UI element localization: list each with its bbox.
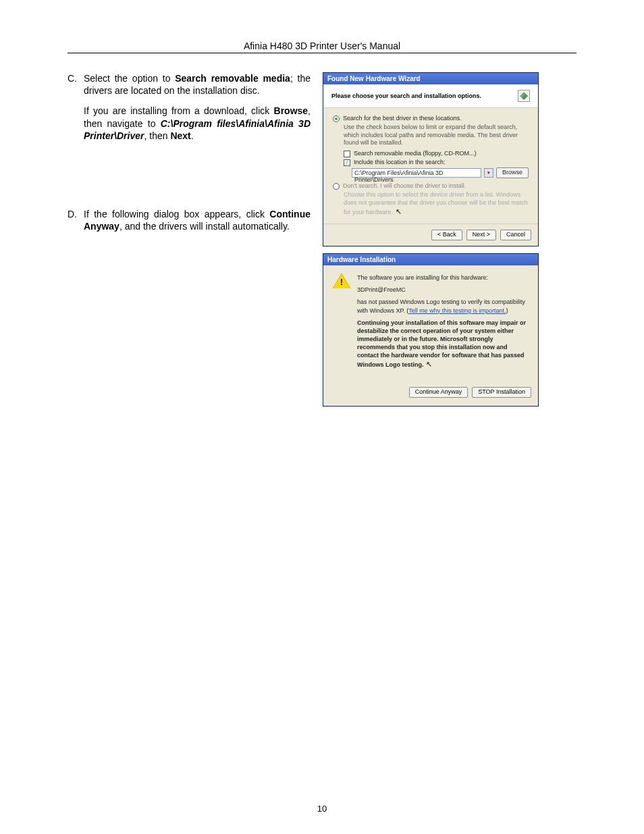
checkbox-checked-icon: ✓	[344, 159, 350, 166]
wizard-heading-row: Please choose your search and installati…	[323, 84, 538, 108]
wizard-icon	[518, 90, 530, 102]
step-c-text-1b: Search removable media	[175, 73, 290, 84]
radio-search-best-label: Search for the best driver in these loca…	[343, 115, 529, 122]
stop-installation-button[interactable]: STOP Installation	[472, 387, 531, 398]
radio-search-best-desc: Use the check boxes below to limit or ex…	[344, 124, 529, 147]
radio-dont-search[interactable]: Don't search. I will choose the driver t…	[333, 182, 529, 190]
step-c: C. Select the option to Search removable…	[68, 72, 311, 150]
step-c-text-2a: If you are installing from a download, c…	[84, 105, 274, 116]
hardware-install-title: Hardware Installation	[323, 254, 538, 265]
page-header: Afinia H480 3D Printer User's Manual	[68, 41, 576, 53]
next-button[interactable]: Next >	[466, 230, 496, 240]
radio-dont-search-desc: Choose this option to select the device …	[344, 191, 529, 217]
dropdown-arrow-icon[interactable]: ▾	[484, 168, 493, 178]
step-c-letter: C.	[68, 72, 84, 150]
hw-line2: 3DPrint@FreeMC	[357, 286, 529, 294]
path-input[interactable]: C:\Program Files\Afinia\Afinia 3D Printe…	[352, 168, 481, 178]
checkbox-removable[interactable]: Search removable media (floppy, CD-ROM..…	[344, 150, 529, 157]
step-d-text-1c: , and the drivers will install automatic…	[119, 221, 290, 232]
step-c-text-2g: .	[191, 130, 194, 141]
cancel-button[interactable]: Cancel	[500, 230, 531, 240]
radio-selected-icon	[333, 115, 340, 122]
step-d-text-1a: If the following dialog box appears, cli…	[84, 209, 269, 219]
checkbox-include-location[interactable]: ✓ Include this location in the search:	[344, 159, 529, 166]
hardware-install-dialog: Hardware Installation ! The software you…	[323, 253, 539, 407]
radio-dont-search-label: Don't search. I will choose the driver t…	[343, 182, 529, 189]
browse-button[interactable]: Browse	[496, 167, 529, 178]
radio-search-best[interactable]: Search for the best driver in these loca…	[333, 115, 529, 122]
continue-anyway-button[interactable]: Continue Anyway	[409, 387, 468, 398]
cursor-icon: ↖	[426, 359, 432, 369]
step-c-text-1a: Select the option to	[84, 73, 175, 84]
hw-link[interactable]: Tell me why this testing is important.	[408, 307, 506, 314]
wizard-title: Found New Hardware Wizard	[323, 73, 538, 84]
page-number: 10	[0, 804, 644, 814]
hw-line1: The software you are installing for this…	[357, 273, 529, 282]
step-c-text-2f: Next	[170, 130, 190, 141]
wizard-heading: Please choose your search and installati…	[331, 93, 481, 99]
checkbox-include-location-label: Include this location in the search:	[354, 159, 529, 165]
step-d-letter: D.	[68, 208, 84, 240]
cursor-icon: ↖	[396, 207, 402, 216]
wizard-dialog: Found New Hardware Wizard Please choose …	[323, 72, 539, 246]
hw-line3b: )	[506, 307, 508, 314]
back-button[interactable]: < Back	[431, 230, 462, 240]
checkbox-removable-label: Search removable media (floppy, CD-ROM..…	[354, 150, 529, 157]
radio-unselected-icon	[333, 183, 340, 190]
step-d: D. If the following dialog box appears, …	[68, 208, 311, 240]
step-c-text-2e: , then	[144, 130, 170, 141]
step-c-text-2b: Browse	[274, 105, 308, 116]
warning-icon: !	[333, 273, 350, 288]
hw-warning: Continuing your installation of this sof…	[357, 319, 529, 370]
checkbox-unchecked-icon	[344, 151, 350, 157]
